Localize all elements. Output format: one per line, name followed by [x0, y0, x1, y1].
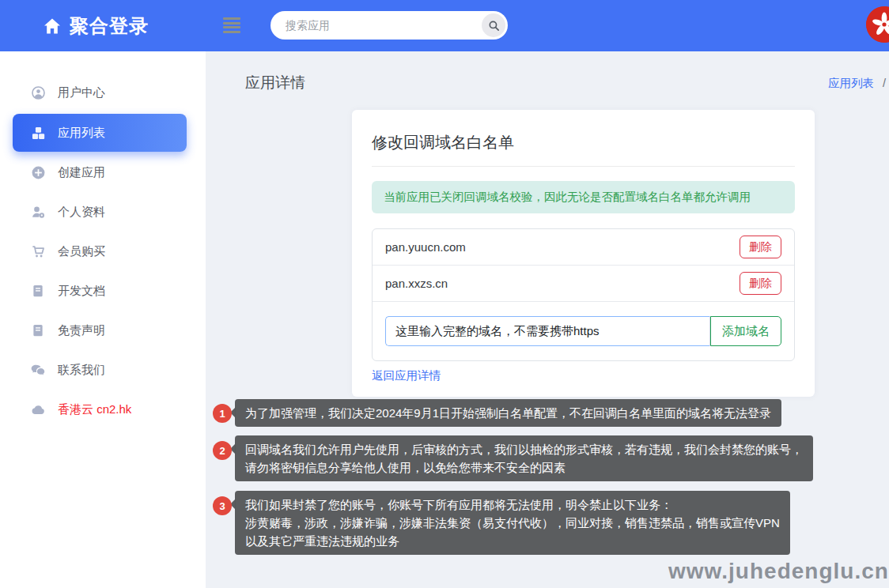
domain-whitelist: pan.yuucn.com 删除 pan.xxzs.cn 删除 添加域名	[372, 228, 795, 361]
delete-domain-button[interactable]: 删除	[740, 236, 781, 258]
search-icon	[487, 19, 501, 32]
cubes-icon	[30, 125, 46, 141]
annotation-tooltip-3: 我们如果封禁了您的账号，你账号下所有应用都将无法使用，明令禁止以下业务： 涉黄赌…	[235, 491, 790, 555]
hk-flag-icon	[866, 6, 889, 43]
domain-row: pan.xxzs.cn 删除	[373, 266, 794, 302]
book-icon	[30, 322, 46, 338]
search-box	[270, 11, 508, 40]
annotation-badge-3: 3	[213, 496, 232, 515]
delete-domain-button[interactable]: 删除	[740, 272, 781, 295]
sidebar-item-app-list[interactable]: 应用列表	[13, 114, 187, 152]
domain-row: pan.yuucn.com 删除	[373, 229, 794, 266]
add-domain-row: 添加域名	[373, 302, 794, 360]
add-domain-button[interactable]: 添加域名	[710, 316, 781, 346]
annotation-badge-2: 2	[213, 441, 232, 460]
sidebar-item-dev-docs[interactable]: 开发文档	[13, 272, 187, 310]
annotation-tooltip-1: 为了加强管理，我们决定2024年9月1日开始强制白名单配置，不在回调白名单里面的…	[235, 399, 781, 427]
domain-name: pan.yuucn.com	[385, 240, 466, 254]
sidebar-item-profile[interactable]: 个人资料	[13, 193, 187, 231]
sidebar-item-disclaimer[interactable]: 免责声明	[13, 311, 187, 349]
search-button[interactable]	[482, 13, 505, 37]
annotation-tooltip-2: 回调域名我们允许用户先使用，后审核的方式，我们以抽检的形式审核，若有违规，我们会…	[235, 435, 813, 481]
sidebar-item-user-center[interactable]: 用户中心	[13, 74, 187, 111]
wechat-icon	[30, 362, 46, 378]
cloud-icon	[30, 401, 46, 417]
top-header: 聚合登录	[0, 0, 889, 51]
back-to-detail-link[interactable]: 返回应用详情	[372, 368, 441, 383]
book-icon	[30, 283, 46, 299]
cart-icon	[30, 243, 46, 259]
sidebar-item-hk-cloud[interactable]: 香港云 cn2.hk	[13, 390, 187, 428]
sidebar-item-create-app[interactable]: 创建应用	[13, 153, 187, 191]
plus-circle-icon	[30, 164, 46, 180]
sidebar-item-membership[interactable]: 会员购买	[13, 232, 187, 270]
home-icon	[43, 17, 62, 36]
domain-name: pan.xxzs.cn	[385, 277, 448, 290]
whitelist-card: 修改回调域名白名单 当前应用已关闭回调域名校验，因此无论是否配置域名白名单都允许…	[352, 110, 815, 397]
sidebar-item-contact-us[interactable]: 联系我们	[13, 351, 187, 389]
search-input[interactable]	[270, 19, 482, 32]
annotation-badge-1: 1	[213, 404, 232, 423]
validation-off-alert: 当前应用已关闭回调域名校验，因此无论是否配置域名白名单都允许调用	[372, 181, 795, 213]
user-gear-icon	[30, 204, 46, 220]
page-title: 应用详情	[245, 73, 305, 93]
breadcrumb-app-list-link[interactable]: 应用列表	[828, 77, 874, 89]
user-avatar-hk-flag[interactable]	[866, 6, 889, 43]
domain-input[interactable]	[385, 316, 710, 346]
breadcrumb: 应用列表 /	[828, 76, 886, 91]
app-logo[interactable]: 聚合登录	[43, 0, 149, 51]
site-watermark: www.juhedenglu.cn	[668, 559, 889, 584]
card-divider	[372, 166, 795, 167]
menu-toggle-icon[interactable]	[223, 17, 240, 33]
app-title: 聚合登录	[70, 13, 149, 39]
user-circle-icon	[30, 85, 46, 100]
breadcrumb-separator: /	[883, 77, 886, 89]
card-title: 修改回调域名白名单	[372, 130, 795, 153]
app-detail-page: { "header": { "logo": "聚合登录", "search": …	[0, 0, 889, 588]
sidebar: 用户中心 应用列表 创建应用 个人资料 会员购买 开发文档 免责声明 联系我们 …	[0, 51, 206, 588]
main-content: 应用详情 应用列表 / 修改回调域名白名单 当前应用已关闭回调域名校验，因此无论…	[206, 51, 889, 588]
